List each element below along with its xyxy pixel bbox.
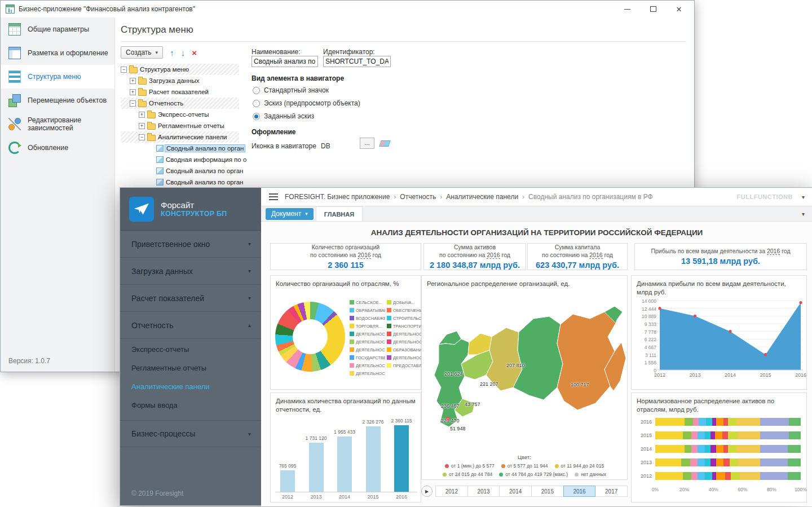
tree-node-express-reports[interactable]: + Экспресс-отчеты (121, 109, 239, 120)
radio-standard-icon[interactable]: Стандартный значок (253, 86, 329, 94)
collapse-icon[interactable]: − (139, 134, 145, 140)
bar-2015[interactable] (366, 426, 381, 492)
data-point-2012[interactable] (658, 307, 661, 310)
donut-legend-item[interactable]: СТРОИТЕЛЬС... (387, 314, 423, 322)
donut-legend-item[interactable]: ДЕЯТЕЛЬНОСТЬ... (387, 354, 423, 361)
tree-leaf[interactable]: Сводная информация по о (121, 154, 239, 165)
timeline-year[interactable]: 2013 (467, 486, 500, 497)
nav-subitem-express-reports[interactable]: Экспресс-отчеты (120, 340, 261, 359)
radio-custom-thumbnail[interactable]: Заданный эскиз (253, 112, 314, 120)
tab-main[interactable]: ГЛАВНАЯ (316, 206, 363, 221)
sidebar-item-layout[interactable]: Разметка и оформление (1, 41, 114, 65)
timeline-year[interactable]: 2014 (499, 486, 532, 497)
profit-area-shape[interactable] (660, 303, 801, 370)
minimize-button[interactable] (614, 1, 640, 17)
tree-node-reglament-reports[interactable]: + Регламентные отчеты (121, 120, 239, 131)
sidebar-item-menu-structure[interactable]: Структура меню (1, 65, 114, 89)
delete-button[interactable]: × (192, 48, 197, 58)
user-login-label[interactable]: FULLFUNCTIONB (737, 193, 793, 200)
donut-legend-item[interactable]: ДЕЯТЕЛЬНОСТЬ... (350, 361, 386, 369)
stacked-bar-2013[interactable] (655, 458, 801, 466)
name-input[interactable] (251, 56, 318, 67)
stacked-bar-2015[interactable] (655, 431, 801, 439)
nav-subitem-reglament-reports[interactable]: Регламентные отчеты (120, 359, 261, 377)
bar-2014[interactable] (337, 437, 352, 492)
donut-legend-item[interactable]: ДЕЯТЕЛЬНОСТЬ... (350, 330, 386, 338)
ribbon-collapse-caret-icon[interactable]: ▾ (802, 211, 805, 217)
donut-legend-item[interactable]: ОБРАБАТЫВАЮ... (350, 306, 386, 314)
bar-2013[interactable] (309, 443, 324, 492)
expand-icon[interactable]: + (130, 78, 136, 84)
nav-subitem-input-forms[interactable]: Формы ввода (120, 396, 261, 415)
clear-icon-eraser-icon[interactable] (379, 140, 391, 147)
close-button[interactable]: × (666, 1, 692, 17)
breadcrumb-item[interactable]: FORESIGHT. Бизнес приложение (285, 193, 390, 201)
donut-legend-item[interactable]: СЕЛЬСКОЕ... (350, 298, 386, 306)
timeline-year[interactable]: 2015 (531, 486, 564, 497)
data-point-2013[interactable] (694, 315, 696, 318)
tree-node-data-load[interactable]: + Загрузка данных (121, 75, 239, 86)
breadcrumb-item[interactable]: Аналитические панели (446, 193, 518, 201)
browse-button[interactable]: ... (360, 138, 374, 149)
stacked-bar-2014[interactable] (655, 445, 801, 453)
identifier-input[interactable] (323, 56, 391, 67)
expand-icon[interactable]: + (130, 89, 136, 95)
nav-item-data-load[interactable]: Загрузка данных ▾ (120, 258, 261, 285)
radio-thumbnail[interactable]: Эскиз (предпросмотр объекта) (253, 99, 360, 107)
timeline-year[interactable]: 2017 (595, 486, 628, 497)
kpi-year-link[interactable]: 2016 (358, 252, 370, 259)
donut-legend-item[interactable]: ДЕЯТЕЛЬНОСТЬ... (350, 369, 386, 377)
collapse-icon[interactable]: − (121, 67, 127, 73)
data-point-2015[interactable] (764, 353, 767, 356)
tree-node-analytic-panels[interactable]: − Аналитические панели (121, 131, 239, 143)
move-up-button[interactable]: ↑ (170, 48, 174, 58)
kpi-year-link[interactable]: 2016 (589, 252, 602, 259)
donut-legend-item[interactable]: ВОДОСНАБЖЕН... (350, 314, 386, 322)
donut-legend-item[interactable]: ДОБЫЧА... (387, 298, 423, 306)
maximize-button[interactable] (640, 1, 666, 17)
region-far-east[interactable] (557, 312, 616, 410)
data-point-2016[interactable] (799, 301, 802, 304)
document-menu-button[interactable]: Документ ▾ (266, 208, 314, 220)
play-button[interactable]: ▶ (421, 486, 433, 497)
donut-legend-item[interactable]: ПРЕДОСТАВЛЕ... (387, 361, 423, 369)
sidebar-item-dependencies[interactable]: Редактирование зависимостей (1, 112, 114, 136)
tree-node-reporting[interactable]: − Отчетность (121, 98, 239, 109)
breadcrumb-item[interactable]: Отчетность (400, 193, 436, 201)
create-button[interactable]: Создать ▾ (121, 46, 163, 59)
donut-legend-item[interactable]: ОБРАЗОВАНИЕ... (387, 346, 423, 354)
kpi-year-link[interactable]: 2016 (767, 248, 780, 255)
donut-legend-item[interactable]: ОБЕСПЕЧЕНИ... (387, 306, 423, 314)
bar-2012[interactable] (280, 470, 295, 492)
donut-legend-item[interactable]: ТРАНСПОРТИ... (387, 322, 423, 330)
donut-legend-item[interactable]: ГОСУДАРСТВЕН... (350, 354, 386, 361)
tree-node-root[interactable]: − Структура меню (121, 64, 239, 75)
tree-leaf-selected[interactable]: Сводный анализ по орган (121, 143, 239, 154)
stacked-bar-2012[interactable] (655, 472, 801, 480)
timeline-year[interactable]: 2012 (435, 486, 468, 497)
bar-2016[interactable] (394, 425, 409, 492)
nav-item-business-processes[interactable]: Бизнес-процессы ▾ (120, 420, 261, 447)
donut-legend-item[interactable]: ТОРГОВЛЯ... (350, 322, 386, 330)
stacked-bar-2016[interactable] (655, 418, 801, 426)
hamburger-menu-icon[interactable] (269, 192, 278, 202)
collapse-icon[interactable]: − (130, 100, 136, 107)
donut-legend-item[interactable]: ДЕЯТЕЛЬНОСТЬ... (387, 338, 423, 346)
tree-leaf[interactable]: Сводный анализ по орган (121, 177, 239, 188)
kpi-year-link[interactable]: 2016 (487, 252, 500, 259)
expand-icon[interactable]: + (139, 112, 145, 118)
timeline-year-active[interactable]: 2016 (563, 486, 596, 497)
titlebar[interactable]: Бизнес-приложение "Финансовый анализ кон… (1, 1, 694, 17)
sidebar-item-move-objects[interactable]: Перемещение объектов (1, 89, 114, 112)
tree-leaf[interactable]: Сводный анализ по орган (121, 165, 239, 177)
donut-legend-item[interactable]: ДЕЯТЕЛЬНОСТЬ... (350, 346, 386, 354)
nav-subitem-analytic-panels[interactable]: Аналитические панели (120, 377, 261, 396)
nav-item-reporting[interactable]: Отчетность ▴ (120, 312, 261, 339)
sidebar-item-update[interactable]: Обновление (1, 136, 114, 160)
tree-node-indicators[interactable]: + Расчет показателей (121, 86, 239, 98)
move-down-button[interactable]: ↓ (181, 48, 186, 58)
data-point-2014[interactable] (729, 330, 731, 333)
region-central-siberia[interactable] (513, 316, 563, 400)
donut-legend-item[interactable]: ДЕЯТЕЛЬНОСТЬ... (350, 338, 386, 346)
nav-item-welcome[interactable]: Приветственное окно ▾ (120, 231, 261, 258)
